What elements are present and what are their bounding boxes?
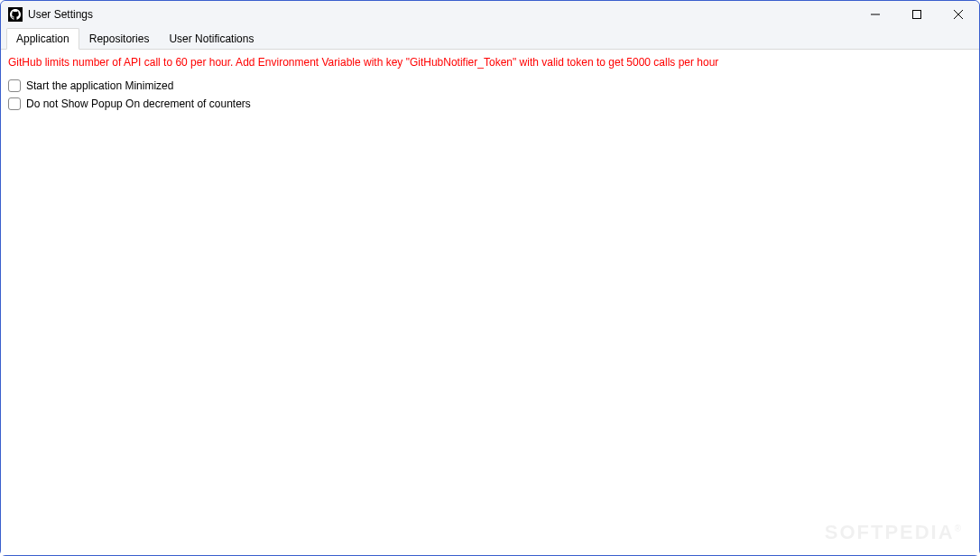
- checkbox-start-minimized-label: Start the application Minimized: [26, 79, 173, 92]
- svg-rect-1: [913, 11, 921, 19]
- tab-user-notifications[interactable]: User Notifications: [159, 28, 263, 49]
- tab-application[interactable]: Application: [6, 28, 79, 50]
- tab-strip: Application Repositories User Notificati…: [1, 28, 979, 50]
- minimize-button[interactable]: [855, 1, 896, 28]
- checkbox-no-popup-decrement-label: Do not Show Popup On decrement of counte…: [26, 97, 251, 110]
- checkbox-row-no-popup-decrement: Do not Show Popup On decrement of counte…: [8, 97, 972, 110]
- tab-repositories[interactable]: Repositories: [79, 28, 160, 49]
- api-limit-warning: GitHub limits number of API call to 60 p…: [8, 55, 972, 70]
- checkbox-row-start-minimized: Start the application Minimized: [8, 79, 972, 92]
- maximize-button[interactable]: [896, 1, 938, 28]
- tab-content: GitHub limits number of API call to 60 p…: [1, 50, 979, 555]
- window-controls: [855, 1, 979, 28]
- window-title: User Settings: [28, 8, 93, 21]
- close-button[interactable]: [938, 1, 979, 28]
- window-frame: User Settings Application Repositories U…: [0, 0, 980, 556]
- watermark: SOFTPEDIA®: [825, 521, 963, 544]
- checkbox-start-minimized[interactable]: [8, 79, 21, 92]
- app-icon: [8, 7, 23, 22]
- titlebar: User Settings: [1, 1, 979, 28]
- checkbox-no-popup-decrement[interactable]: [8, 97, 21, 110]
